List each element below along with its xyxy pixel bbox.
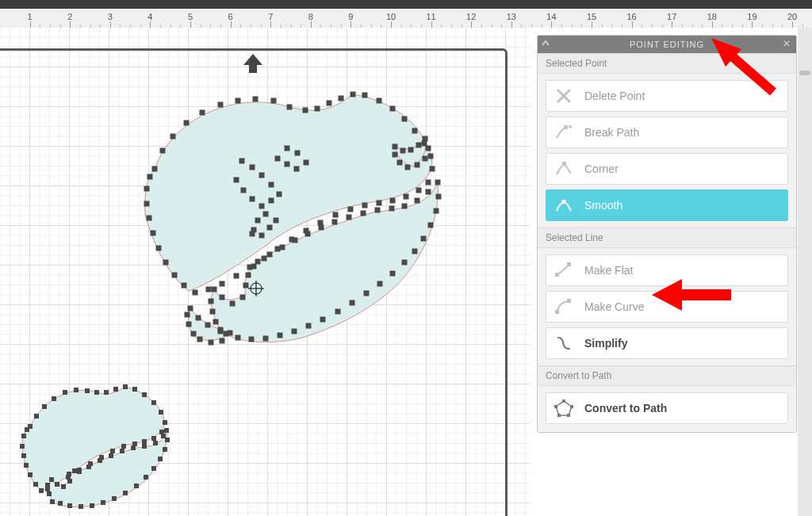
svg-rect-82: [236, 335, 241, 341]
svg-rect-128: [285, 162, 290, 167]
svg-rect-80: [263, 336, 269, 342]
ruler-label: 18: [707, 12, 717, 21]
svg-rect-37: [234, 273, 239, 279]
panel-close-icon[interactable]: ✕: [783, 38, 791, 49]
svg-rect-174: [21, 434, 26, 438]
scrollbar-thumb[interactable]: [799, 71, 810, 75]
svg-rect-6: [236, 98, 241, 104]
svg-rect-132: [285, 146, 290, 151]
svg-rect-70: [402, 260, 408, 266]
svg-rect-143: [52, 396, 56, 401]
smooth-label: Smooth: [584, 199, 622, 212]
svg-rect-58: [361, 211, 366, 216]
make-curve-icon: [554, 298, 573, 315]
svg-rect-2: [170, 134, 176, 140]
svg-rect-73: [364, 291, 370, 296]
svg-rect-115: [397, 160, 403, 166]
break-path-icon: [554, 124, 573, 141]
svg-rect-123: [259, 204, 265, 209]
svg-rect-85: [213, 319, 219, 325]
svg-rect-18: [402, 117, 408, 122]
svg-rect-218: [555, 310, 559, 314]
svg-rect-153: [151, 400, 156, 405]
svg-rect-24: [416, 188, 422, 193]
lips-shape-large[interactable]: [145, 94, 439, 342]
svg-rect-138: [255, 218, 261, 224]
svg-rect-206: [67, 472, 71, 476]
svg-rect-61: [402, 204, 408, 209]
ruler-label: 5: [188, 12, 193, 21]
panel-collapse-icon[interactable]: [541, 39, 550, 50]
ruler-label: 1: [28, 12, 33, 21]
corner-label: Corner: [584, 162, 619, 175]
svg-rect-219: [567, 299, 571, 303]
svg-rect-3: [184, 120, 190, 126]
simplify-icon: [554, 334, 573, 352]
svg-rect-197: [67, 503, 72, 508]
svg-rect-176: [77, 469, 82, 474]
design-canvas-svg[interactable]: [0, 28, 530, 516]
svg-rect-201: [45, 483, 50, 487]
svg-rect-16: [377, 98, 382, 104]
svg-rect-86: [210, 309, 216, 315]
corner-icon: [554, 160, 573, 178]
svg-rect-113: [415, 162, 420, 168]
svg-rect-135: [267, 225, 273, 231]
svg-rect-221: [562, 399, 565, 403]
svg-rect-105: [185, 312, 190, 318]
svg-rect-75: [335, 309, 341, 315]
panel-title: POINT EDITING: [630, 40, 704, 49]
svg-rect-27: [377, 201, 382, 206]
svg-rect-51: [267, 252, 273, 258]
svg-rect-117: [239, 159, 245, 164]
svg-rect-21: [428, 154, 434, 159]
svg-rect-112: [423, 156, 428, 162]
smooth-button[interactable]: Smooth: [546, 189, 788, 221]
svg-rect-56: [332, 220, 338, 225]
svg-rect-34: [275, 247, 281, 252]
convert-to-path-button[interactable]: Convert to Path: [546, 392, 788, 424]
svg-rect-62: [415, 198, 420, 204]
svg-rect-154: [159, 410, 163, 415]
svg-rect-19: [412, 128, 418, 134]
right-scrollbar[interactable]: [798, 28, 812, 516]
simplify-label: Simplify: [584, 337, 627, 350]
svg-rect-65: [436, 194, 442, 200]
svg-rect-64: [435, 180, 441, 185]
section-label-selected-line: Selected Line: [538, 227, 796, 248]
svg-rect-14: [350, 92, 356, 97]
ruler-label: 2: [67, 12, 72, 21]
break-path-button[interactable]: Break Path: [546, 117, 788, 148]
svg-rect-185: [164, 428, 169, 433]
ruler-label: 9: [348, 12, 353, 21]
simplify-button[interactable]: Simplify: [546, 327, 788, 359]
svg-rect-188: [158, 457, 163, 461]
ruler-label: 20: [787, 12, 797, 21]
svg-rect-168: [39, 488, 44, 493]
svg-rect-147: [94, 390, 99, 395]
svg-rect-44: [156, 246, 162, 251]
svg-rect-8: [271, 98, 277, 104]
svg-rect-148: [104, 390, 109, 395]
svg-rect-9: [287, 105, 293, 110]
svg-rect-69: [412, 249, 418, 254]
corner-button[interactable]: Corner: [546, 153, 788, 185]
ruler-label: 3: [108, 12, 113, 21]
svg-rect-119: [259, 173, 265, 178]
svg-rect-107: [400, 148, 406, 154]
ruler-label: 7: [268, 12, 273, 21]
ruler-label: 6: [228, 12, 233, 21]
convert-to-path-label: Convert to Path: [584, 402, 667, 415]
svg-rect-172: [21, 453, 26, 458]
delete-point-label: Delete Point: [584, 90, 645, 102]
svg-rect-217: [567, 262, 571, 266]
svg-rect-57: [347, 215, 352, 220]
svg-rect-149: [113, 387, 118, 392]
ruler-label: 4: [147, 12, 152, 21]
svg-rect-205: [67, 479, 72, 484]
svg-rect-157: [151, 436, 156, 441]
svg-rect-4: [200, 110, 205, 116]
svg-rect-144: [63, 390, 67, 395]
svg-rect-170: [28, 472, 33, 477]
svg-rect-67: [428, 223, 434, 228]
